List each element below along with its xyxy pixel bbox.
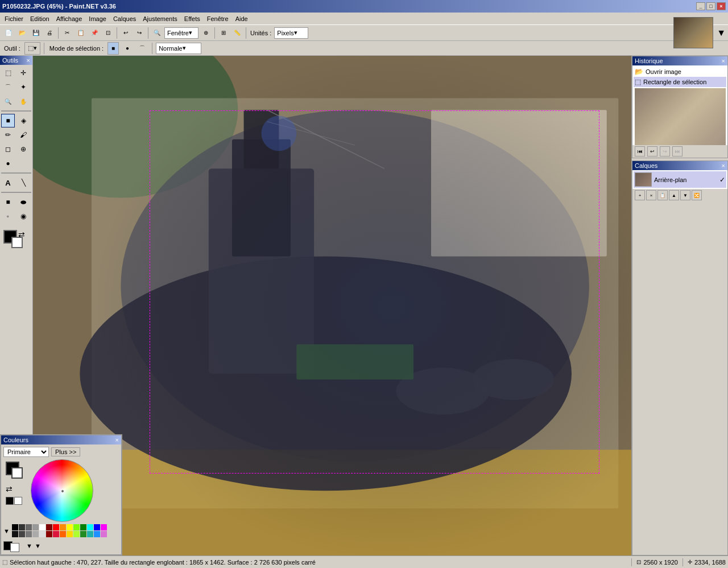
palette-white[interactable] [39, 524, 46, 530]
mode-lasso[interactable]: ⌒ [136, 42, 148, 55]
menu-aide[interactable]: Aide [232, 14, 251, 23]
text-tool[interactable]: A [1, 176, 15, 190]
palette-cyan[interactable] [87, 524, 93, 530]
move-tool[interactable]: ✛ [16, 66, 30, 80]
history-last-button[interactable]: ⏭ [672, 146, 682, 157]
menu-fichier[interactable]: Fichier [1, 14, 27, 23]
history-item-open[interactable]: 📂 Ouvrir image [634, 67, 726, 77]
palette-r2-12[interactable] [87, 531, 93, 537]
pencil-tool[interactable]: ✏ [1, 128, 15, 142]
canvas-area[interactable] [33, 56, 631, 555]
minimize-button[interactable]: _ [696, 2, 705, 10]
palette-magenta[interactable] [101, 524, 107, 530]
zoom-out-button[interactable]: 🔍 [151, 27, 163, 39]
redo-button[interactable]: ↪ [133, 27, 146, 39]
menu-calques[interactable]: Calques [110, 14, 139, 23]
palette-r2-6[interactable] [46, 531, 52, 537]
color-wheel[interactable] [31, 459, 93, 522]
more-options-button[interactable]: Plus >> [51, 447, 80, 456]
reset-primary-swatch[interactable] [6, 497, 14, 505]
swap-colors-icon[interactable]: ⇄ [18, 230, 25, 239]
history-item-select[interactable]: ⬚ Rectangle de sélection [634, 77, 726, 87]
palette-r2-14[interactable] [101, 531, 107, 537]
palette-darkred[interactable] [46, 524, 52, 530]
title-bar-controls[interactable]: _ □ × [696, 2, 726, 10]
print-button[interactable]: 🖨 [43, 27, 56, 39]
units-dropdown[interactable]: Pixels▾ [274, 27, 308, 39]
feather-dropdown[interactable]: Normale▾ [156, 43, 201, 54]
move-layer-down-button[interactable]: ▼ [680, 190, 690, 200]
paste-button[interactable]: 📌 [88, 27, 101, 39]
paint-bucket-tool[interactable]: ■ [1, 114, 15, 127]
palette-lime[interactable] [73, 524, 80, 530]
delete-layer-button[interactable]: × [646, 190, 656, 200]
cut-button[interactable]: ✂ [61, 27, 73, 39]
mode-ellipse[interactable]: ● [121, 42, 134, 55]
ellipse-shape-tool[interactable]: ⬬ [16, 195, 30, 209]
duplicate-layer-button[interactable]: 📋 [657, 190, 668, 200]
move-layer-up-button[interactable]: ▲ [669, 190, 679, 200]
hand-tool[interactable]: ✋ [16, 94, 30, 108]
palette-r2-2[interactable] [19, 531, 25, 537]
palette-green[interactable] [80, 524, 86, 530]
zoom-dropdown[interactable]: Fenêtre▾ [164, 27, 198, 39]
gradient-tool[interactable]: ◉ [16, 209, 30, 223]
reset-secondary-swatch[interactable] [14, 497, 22, 505]
palette-r2-1[interactable] [12, 531, 18, 537]
open-button[interactable]: 📂 [16, 27, 28, 39]
palette-r2-9[interactable] [67, 531, 73, 537]
rulers-button[interactable]: 📏 [231, 27, 243, 39]
palette-orange[interactable] [60, 524, 66, 530]
palette-r2-11[interactable] [80, 531, 86, 537]
select-rect-tool[interactable]: ⬚ [1, 66, 15, 80]
freeform-tool[interactable]: ◦ [1, 209, 15, 223]
palette-blue[interactable] [94, 524, 100, 530]
palette-r2-10[interactable] [73, 531, 80, 537]
save-button[interactable]: 💾 [30, 27, 42, 39]
color-picker-tool[interactable]: ◈ [16, 114, 30, 127]
line-tool[interactable]: ╲ [16, 176, 30, 190]
history-redo-button[interactable]: ↪ [660, 146, 670, 157]
color-mode-select[interactable]: Primaire [3, 447, 49, 457]
secondary-color-swatch[interactable] [11, 467, 23, 479]
history-close[interactable]: × [722, 57, 725, 64]
menu-image[interactable]: Image [85, 14, 110, 23]
copy-button[interactable]: 📋 [75, 27, 87, 39]
palette-r2-7[interactable] [53, 531, 59, 537]
brush-tool[interactable]: 🖌 [16, 128, 30, 142]
layers-close[interactable]: × [722, 162, 725, 169]
palette-darkgray[interactable] [19, 524, 25, 530]
palette-r2-8[interactable] [60, 531, 66, 537]
recolor-tool[interactable]: ● [1, 157, 15, 170]
palette-r2-4[interactable] [32, 531, 39, 537]
history-first-button[interactable]: ⏮ [635, 146, 645, 157]
color-picker-mini[interactable]: ▼ [26, 542, 32, 549]
maximize-button[interactable]: □ [706, 2, 715, 10]
rect-shape-tool[interactable]: ■ [1, 195, 15, 209]
zoom-tool[interactable]: 🔍 [1, 94, 15, 108]
add-layer-button[interactable]: + [635, 190, 645, 200]
grid-button[interactable]: ⊞ [217, 27, 230, 39]
menu-fenetre[interactable]: Fenêtre [204, 14, 232, 23]
zoom-in-button[interactable]: ⊕ [200, 27, 212, 39]
swap-colors-button[interactable]: ⇄ [6, 484, 13, 493]
menu-ajustements[interactable]: Ajustements [139, 14, 181, 23]
thumbnail-menu-button[interactable]: ▼ [717, 28, 726, 38]
new-button[interactable]: 📄 [2, 27, 15, 39]
crop-button[interactable]: ⊡ [102, 27, 114, 39]
tools-close[interactable]: × [27, 57, 30, 64]
palette-gray[interactable] [26, 524, 32, 530]
menu-affichage[interactable]: Affichage [53, 14, 86, 23]
layer-visible-check[interactable]: ✓ [719, 176, 725, 184]
history-undo-button[interactable]: ↩ [647, 146, 657, 157]
palette-r2-5[interactable] [39, 531, 46, 537]
palette-r2-13[interactable] [94, 531, 100, 537]
menu-effets[interactable]: Effets [181, 14, 204, 23]
lasso-tool[interactable]: ⌒ [1, 80, 15, 94]
palette-lightgray[interactable] [32, 524, 39, 530]
palette-r2-3[interactable] [26, 531, 32, 537]
close-button[interactable]: × [717, 2, 726, 10]
palette-red[interactable] [53, 524, 59, 530]
mode-rect[interactable]: ■ [107, 42, 119, 55]
undo-button[interactable]: ↩ [119, 27, 132, 39]
